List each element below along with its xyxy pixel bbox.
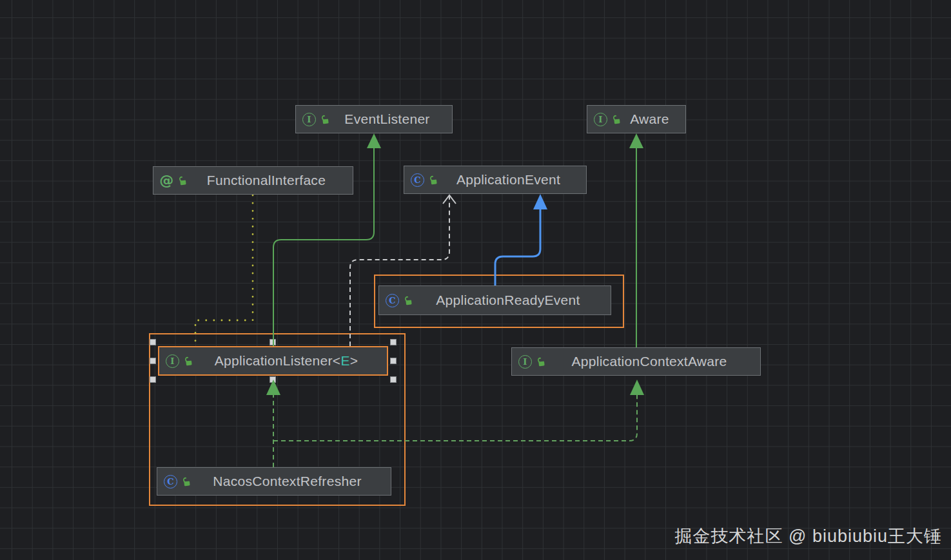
- node-label: EventListener: [334, 111, 444, 127]
- diagram-canvas[interactable]: I EventListener I Aware @ FunctionalInte…: [0, 0, 951, 560]
- node-label: ApplicationListener<E>: [197, 353, 379, 369]
- node-label: ApplicationEvent: [442, 172, 578, 188]
- edge-applicationcontextaware-extends-aware[interactable]: [629, 133, 643, 347]
- node-application-event[interactable]: C ApplicationEvent: [404, 166, 587, 194]
- interface-icon: I: [302, 113, 316, 126]
- interface-icon: I: [518, 355, 532, 369]
- type-parameter: E: [340, 353, 349, 368]
- selection-handle-top-center[interactable]: [270, 339, 276, 345]
- selection-handle-mid-right[interactable]: [390, 358, 397, 364]
- node-label-pre: ApplicationListener<: [215, 353, 341, 368]
- open-lock-icon: [181, 476, 191, 487]
- selection-handle-top-left[interactable]: [150, 339, 156, 345]
- open-lock-icon: [183, 356, 193, 366]
- node-label: ApplicationReadyEvent: [417, 293, 603, 308]
- edge-applicationreadyevent-extends-applicationevent[interactable]: [495, 194, 547, 285]
- class-icon: C: [386, 294, 399, 307]
- selection-handle-bottom-center[interactable]: [270, 376, 276, 383]
- interface-icon: I: [594, 113, 607, 126]
- open-lock-icon: [177, 175, 187, 186]
- selection-handle-top-right[interactable]: [390, 339, 397, 345]
- node-application-context-aware[interactable]: I ApplicationContextAware: [511, 347, 761, 376]
- open-lock-icon: [403, 295, 413, 305]
- node-label: NacosContextRefresher: [195, 474, 383, 489]
- annotation-icon: @: [160, 174, 173, 188]
- edge-applicationlistener-extends-eventlistener[interactable]: [273, 133, 381, 346]
- node-event-listener[interactable]: I EventListener: [295, 105, 453, 133]
- class-icon: C: [411, 173, 424, 187]
- open-lock-icon: [536, 356, 545, 367]
- open-lock-icon: [428, 175, 438, 185]
- node-application-listener[interactable]: I ApplicationListener<E>: [158, 346, 388, 376]
- node-aware[interactable]: I Aware: [587, 105, 686, 133]
- node-label: Aware: [625, 111, 678, 127]
- selection-handle-mid-left[interactable]: [150, 358, 156, 364]
- watermark-text: 掘金技术社区 @ biubiubiu王大锤: [674, 525, 942, 548]
- class-icon: C: [164, 475, 177, 488]
- node-label-post: >: [350, 353, 358, 368]
- open-lock-icon: [611, 114, 621, 124]
- selection-handle-bottom-left[interactable]: [150, 376, 156, 383]
- node-label: FunctionalInterface: [191, 173, 345, 188]
- edge-functionalinterface-annotates-applicationlistener[interactable]: [195, 195, 253, 344]
- open-lock-icon: [320, 114, 329, 124]
- node-functional-interface[interactable]: @ FunctionalInterface: [153, 166, 353, 195]
- interface-icon: I: [166, 354, 179, 368]
- node-label: ApplicationContextAware: [550, 354, 752, 369]
- selection-handle-bottom-right[interactable]: [390, 376, 397, 383]
- node-nacos-context-refresher[interactable]: C NacosContextRefresher: [157, 467, 391, 496]
- node-application-ready-event[interactable]: C ApplicationReadyEvent: [378, 285, 611, 315]
